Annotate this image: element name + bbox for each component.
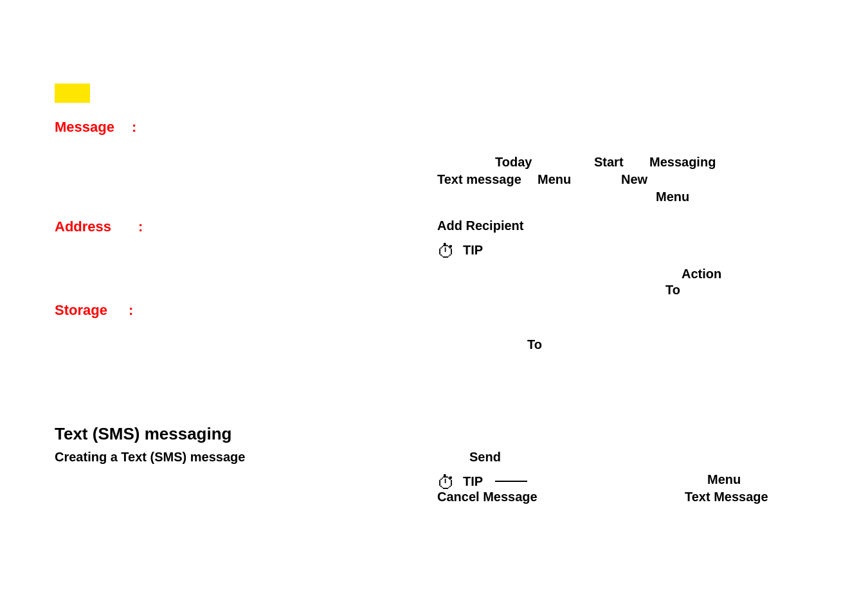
message-label: Message bbox=[55, 119, 114, 136]
message-colon: : bbox=[132, 119, 136, 136]
action-label: Action bbox=[682, 267, 721, 281]
messaging-menu-label: Menu bbox=[656, 190, 689, 204]
add-recipient-label[interactable]: Add Recipient bbox=[437, 218, 523, 233]
messaging-label: Messaging bbox=[649, 155, 716, 170]
new-label: New bbox=[621, 172, 647, 187]
menu-label-bottom[interactable]: Menu bbox=[707, 472, 741, 487]
yellow-box bbox=[55, 84, 90, 103]
start-label: Start bbox=[594, 155, 624, 170]
tip-icon-top: ⏱ bbox=[437, 241, 455, 262]
address-colon: : bbox=[138, 218, 143, 235]
dash-line bbox=[495, 481, 527, 482]
today-label: Today bbox=[495, 155, 532, 170]
address-label: Address bbox=[55, 218, 111, 235]
text-message-bottom-label: Text Message bbox=[685, 490, 768, 504]
storage-colon: : bbox=[129, 302, 133, 319]
text-message-label: Text message bbox=[437, 172, 521, 187]
to-label-middle: To bbox=[527, 337, 542, 352]
tip-label-top: TIP bbox=[463, 243, 483, 258]
tip-label-bottom: TIP bbox=[463, 474, 483, 489]
send-label[interactable]: Send bbox=[469, 450, 501, 465]
menu-label-top[interactable]: Menu bbox=[538, 172, 571, 187]
text-sms-title: Text (SMS) messaging bbox=[55, 424, 231, 444]
to-label-top: To bbox=[665, 283, 680, 298]
storage-label: Storage bbox=[55, 302, 107, 319]
creating-label: Creating a Text (SMS) message bbox=[55, 450, 245, 465]
cancel-message-label[interactable]: Cancel Message bbox=[437, 490, 538, 504]
